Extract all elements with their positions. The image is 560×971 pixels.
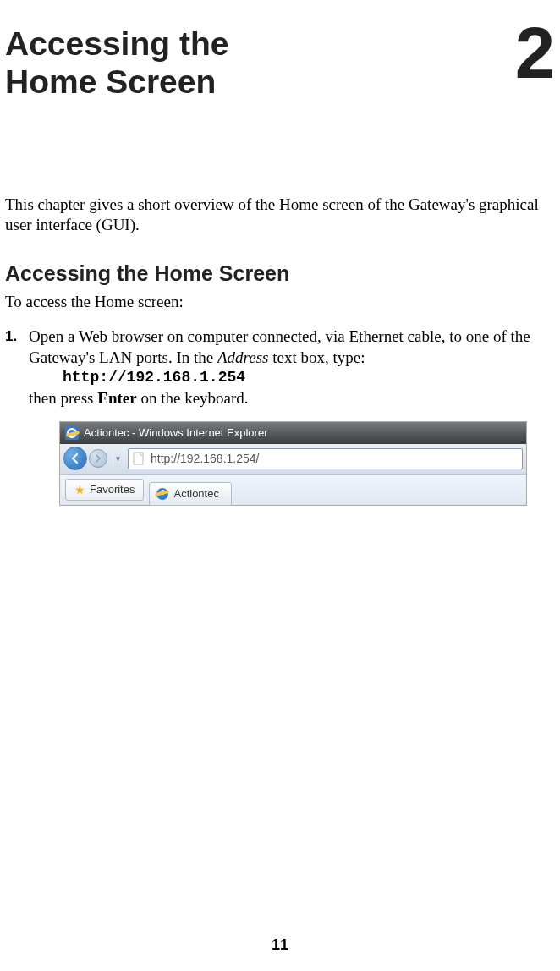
chapter-number: 2 (515, 21, 555, 86)
title-line-1: Accessing the (5, 25, 228, 62)
step-text-c: then press (29, 389, 97, 407)
chapter-header: Accessing the Home Screen 2 (5, 25, 555, 101)
address-bar[interactable]: http://192.168.1.254/ (128, 448, 523, 469)
page-icon (132, 452, 145, 465)
star-icon: ★ (74, 483, 85, 496)
step-url: http://192.168.1.254 (63, 368, 555, 387)
page-number: 11 (0, 936, 560, 954)
step-text-italic: Address (217, 348, 269, 366)
address-bar-row: ▼ http://192.168.1.254/ (60, 444, 526, 475)
intro-paragraph: This chapter gives a short overview of t… (5, 195, 555, 236)
svg-rect-0 (134, 453, 143, 464)
favorites-button[interactable]: ★ Favorites (65, 479, 144, 501)
titlebar: Actiontec - Windows Internet Explorer (60, 422, 526, 444)
back-button[interactable] (63, 447, 87, 470)
forward-button[interactable] (89, 449, 107, 468)
step-body: Open a Web browser on computer connected… (29, 326, 555, 409)
tab-favicon (156, 488, 168, 500)
step-number: 1. (5, 326, 29, 409)
ie-logo-icon (65, 426, 79, 440)
section-lead: To access the Home screen: (5, 293, 555, 311)
browser-tab[interactable]: Actiontec (149, 482, 231, 506)
step-text-d: on the keyboard. (137, 389, 249, 407)
title-line-2: Home Screen (5, 63, 216, 100)
step-text-bold: Enter (97, 389, 136, 407)
favorites-label: Favorites (90, 483, 135, 496)
address-url: http://192.168.1.254/ (151, 452, 519, 465)
window-title: Actiontec - Windows Internet Explorer (84, 426, 267, 439)
step-text-b: text box, type: (268, 348, 365, 366)
favorites-row: ★ Favorites Actiontec (60, 475, 526, 505)
step-1: 1. Open a Web browser on computer connec… (5, 326, 555, 409)
section-title: Accessing the Home Screen (5, 261, 555, 286)
nav-dropdown-icon[interactable]: ▼ (113, 449, 123, 468)
browser-screenshot: Actiontec - Windows Internet Explorer ▼ … (59, 421, 527, 506)
tab-label: Actiontec (173, 487, 218, 500)
chapter-title: Accessing the Home Screen (5, 25, 228, 101)
